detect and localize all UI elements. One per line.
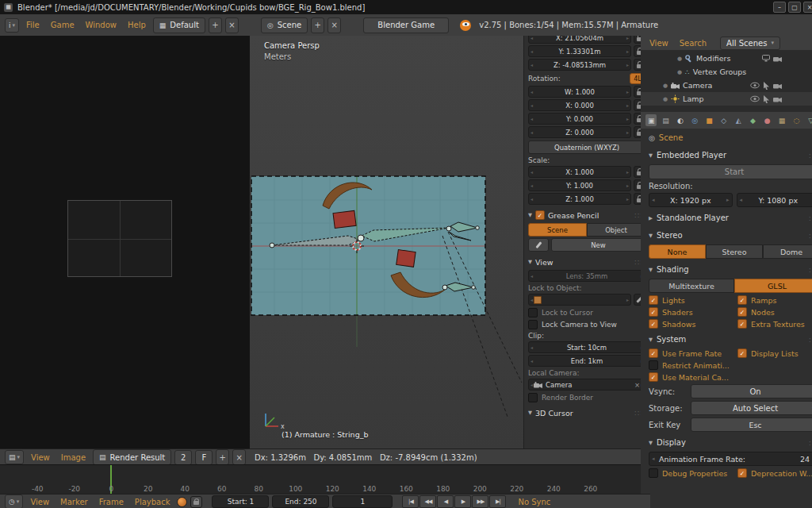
menu-view-image-editor[interactable]: View [27, 453, 54, 462]
image-datablock-selector[interactable]: ▤ Render Result [93, 449, 171, 465]
props-tab-data[interactable]: ◆ [747, 114, 758, 126]
clear-camera-icon[interactable]: × [634, 381, 640, 389]
lock-to-cursor-checkbox[interactable] [528, 308, 538, 318]
panel-drag-dots[interactable]: :::: [809, 439, 812, 447]
timeline-ruler[interactable]: -40-20 020 4060 80100 120140 160180 2002… [0, 464, 641, 495]
frame-start-field[interactable]: Start: 1 [212, 495, 269, 508]
props-tab-material[interactable]: ● [762, 114, 773, 126]
display-panel-header[interactable]: ▼ Display :::: [649, 436, 812, 449]
shading-panel-header[interactable]: ▼ Shading :::: [649, 263, 812, 276]
clip-end-field[interactable]: End: 1km [528, 355, 645, 367]
local-camera-field[interactable]: Camera × [528, 379, 645, 391]
props-tab-particles[interactable]: ▽ [806, 114, 812, 126]
render-toggle-camera-icon[interactable] [773, 83, 782, 89]
next-keyframe-button[interactable]: ▶▶ [472, 495, 488, 508]
resolution-y-field[interactable]: Y: 1080 px [737, 193, 812, 207]
display-lists-checkbox[interactable]: ✓ [737, 348, 747, 358]
deprecation-warnings-checkbox[interactable]: ✓ [737, 468, 747, 478]
menu-frame[interactable]: Frame [95, 498, 128, 506]
use-material-caching-checkbox[interactable]: ✓ [649, 372, 658, 382]
panel-drag-dots[interactable]: :::: [809, 266, 812, 274]
minimize-button[interactable]: – [773, 2, 786, 13]
outliner-item-camera[interactable]: ● Camera [641, 79, 812, 92]
scale-x-field[interactable]: X: 1.000 [528, 166, 631, 178]
delete-scene-button[interactable]: × [327, 17, 341, 33]
menu-playback[interactable]: Playback [131, 498, 174, 506]
menu-view-outliner[interactable]: View [645, 39, 672, 48]
props-tab-constraints[interactable]: ◇ [718, 114, 730, 126]
grease-pencil-checkbox[interactable]: ✓ [535, 210, 545, 220]
stereo-panel-header[interactable]: ▼ Stereo :::: [649, 229, 812, 242]
add-layout-button[interactable]: + [209, 17, 222, 33]
view-panel-header[interactable]: ▼ View :::: [528, 256, 645, 268]
exit-key-field[interactable]: Esc [691, 418, 812, 432]
gp-object-button[interactable]: Object [587, 223, 645, 237]
outliner-filter-select[interactable]: All Scenes ▾ [720, 37, 780, 50]
rotation-mode-select[interactable]: Quaternion (WXYZ) [528, 140, 645, 154]
shadows-checkbox[interactable]: ✓ [649, 319, 658, 329]
properties-body[interactable]: ◎ Scene ▼ Embedded Player :::: Start Res… [641, 129, 812, 508]
props-tab-render-layers[interactable]: ▤ [660, 114, 671, 126]
unlink-image-button[interactable]: × [232, 449, 246, 465]
menu-window[interactable]: Window [82, 21, 121, 29]
ramps-checkbox[interactable]: ✓ [737, 295, 747, 305]
viewport-scene[interactable]: x [250, 36, 523, 448]
panel-drag-dots[interactable]: :::: [809, 336, 812, 344]
props-tab-world[interactable]: ◎ [689, 114, 700, 126]
eye-icon[interactable] [750, 95, 760, 102]
menu-file[interactable]: File [22, 21, 44, 29]
props-tab-texture[interactable]: ▦ [776, 114, 787, 126]
resolution-x-field[interactable]: X: 1920 px [649, 193, 733, 207]
render-toggle-camera-icon[interactable] [773, 56, 782, 62]
panel-drag-dots[interactable]: :::: [809, 214, 812, 222]
props-tab-modifiers[interactable]: ◭ [733, 114, 744, 126]
current-frame-field[interactable]: 1 [332, 495, 393, 508]
panel-drag-dots[interactable]: :::: [809, 232, 812, 240]
animation-frame-rate-field[interactable]: Animation Frame Rate: 24 [649, 452, 812, 466]
system-panel-header[interactable]: ▼ System :::: [649, 333, 812, 346]
cursor-panel-header[interactable]: ▼ 3D Cursor :::: [528, 406, 645, 419]
eye-icon[interactable] [750, 82, 760, 89]
scene-selector[interactable]: ◎ Scene [261, 17, 308, 33]
editor-type-button-image[interactable]: ▤ ▾ [5, 450, 24, 464]
rotation-w-field[interactable]: W: 1.000 [528, 86, 631, 98]
props-tab-render[interactable]: ▣ [645, 114, 657, 126]
render-engine-select[interactable]: Blender Game [363, 17, 449, 33]
play-reverse-button[interactable]: ◀ [437, 495, 454, 508]
gp-new-layer-button[interactable]: New [551, 238, 645, 252]
delete-layout-button[interactable]: × [225, 17, 239, 33]
sync-mode-select[interactable]: No Sync [514, 498, 554, 506]
grease-pencil-panel-header[interactable]: ▼ ✓ Grease Pencil :::: [528, 209, 645, 221]
rotation-y-field[interactable]: Y: 0.000 [528, 113, 631, 125]
extra-textures-checkbox[interactable]: ✓ [737, 319, 747, 329]
props-tab-object[interactable]: ■ [703, 114, 714, 126]
play-button[interactable]: ▶ [454, 495, 471, 508]
lights-checkbox[interactable]: ✓ [649, 295, 658, 305]
gp-draw-button[interactable] [528, 238, 549, 252]
storage-select[interactable]: Auto Select [691, 401, 812, 415]
stereo-stereo-button[interactable]: Stereo [706, 244, 763, 259]
add-scene-button[interactable]: + [311, 17, 324, 33]
editor-type-button-info[interactable]: i ▾ [5, 18, 19, 33]
render-toggle-camera-icon[interactable] [773, 96, 782, 102]
menu-search[interactable]: Search [676, 39, 710, 48]
gp-scene-button[interactable]: Scene [528, 223, 587, 237]
screen-layout-selector[interactable]: ▦ Default [153, 17, 205, 33]
jump-to-start-button[interactable]: |◀ [402, 495, 419, 508]
restrict-animation-checkbox[interactable] [649, 360, 658, 370]
maximize-button[interactable]: ▢ [788, 2, 801, 13]
scale-z-field[interactable]: Z: 1.000 [528, 193, 631, 205]
render-border-checkbox[interactable] [528, 393, 538, 402]
viewport-3d[interactable]: x Camera Persp Meters (1) Armature : Str… [250, 36, 523, 448]
prev-keyframe-button[interactable]: ◀◀ [419, 495, 436, 508]
menu-marker[interactable]: Marker [56, 498, 92, 506]
outliner-item-modifiers[interactable]: ● Modifiers [641, 52, 812, 65]
monitor-icon[interactable] [762, 55, 770, 62]
panel-drag-dots[interactable]: :::: [809, 152, 812, 160]
stereo-none-button[interactable]: None [649, 244, 706, 259]
shaders-checkbox[interactable]: ✓ [649, 307, 658, 317]
lens-field[interactable]: Lens: 35mm [528, 270, 645, 282]
menu-image[interactable]: Image [57, 453, 90, 462]
users-count-button[interactable]: 2 [174, 450, 192, 465]
menu-view-timeline[interactable]: View [26, 498, 53, 506]
